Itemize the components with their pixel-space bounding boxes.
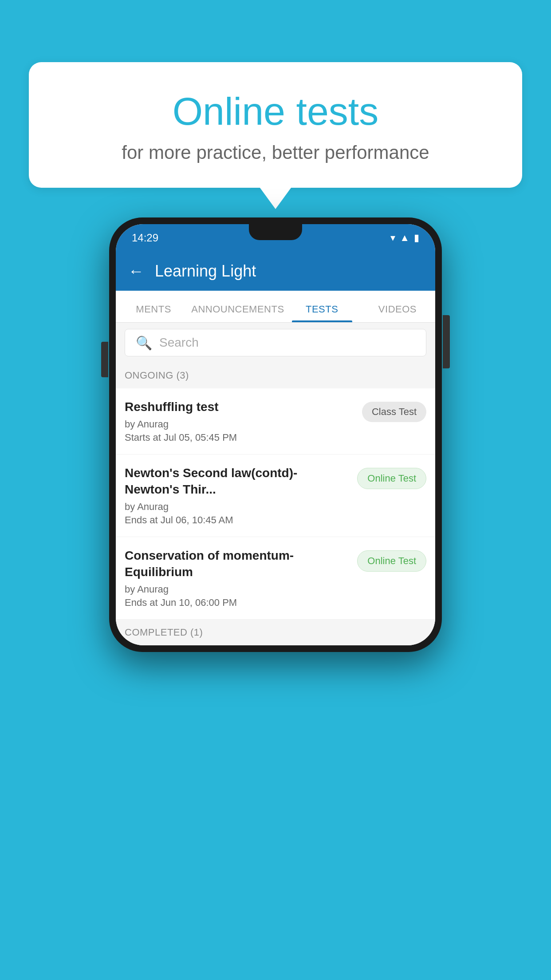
test-title-conservation: Conservation of momentum-Equilibrium [125,548,350,580]
phone-screen: 14:29 ▾ ▲ ▮ ← Learning Light MENTS ANNOU… [116,224,435,645]
tab-videos[interactable]: VIDEOS [360,304,435,322]
tab-tests[interactable]: TESTS [284,304,360,322]
test-item-left: Reshuffling test by Anurag Starts at Jul… [125,399,362,443]
search-input[interactable]: Search [159,336,199,350]
phone-outer: 14:29 ▾ ▲ ▮ ← Learning Light MENTS ANNOU… [109,217,442,652]
phone-mockup: 14:29 ▾ ▲ ▮ ← Learning Light MENTS ANNOU… [109,217,442,652]
search-bar-wrapper: 🔍 Search [116,323,435,363]
status-bar: 14:29 ▾ ▲ ▮ [116,224,435,252]
search-icon: 🔍 [136,335,152,351]
battery-icon: ▮ [414,232,419,244]
speech-bubble-wrapper: Online tests for more practice, better p… [29,62,522,188]
test-item-left-conservation: Conservation of momentum-Equilibrium by … [125,548,357,609]
tab-ments[interactable]: MENTS [116,304,191,322]
test-title-newtons: Newton's Second law(contd)-Newton's Thir… [125,465,350,498]
badge-online-test-1: Online Test [357,468,426,489]
test-item-reshuffling[interactable]: Reshuffling test by Anurag Starts at Jul… [116,388,435,454]
test-item-conservation[interactable]: Conservation of momentum-Equilibrium by … [116,537,435,620]
bubble-title: Online tests [64,89,487,134]
app-title: Learning Light [155,262,256,281]
test-time-conservation: Ends at Jun 10, 06:00 PM [125,597,350,609]
test-time-reshuffling: Starts at Jul 05, 05:45 PM [125,432,355,443]
test-by-conservation: by Anurag [125,584,350,595]
test-by-reshuffling: by Anurag [125,419,355,430]
status-icons: ▾ ▲ ▮ [390,232,419,244]
test-item-newtons[interactable]: Newton's Second law(contd)-Newton's Thir… [116,454,435,537]
test-title-reshuffling: Reshuffling test [125,399,355,415]
search-bar[interactable]: 🔍 Search [125,329,426,356]
wifi-icon: ▾ [390,232,395,244]
badge-class-test: Class Test [362,402,426,422]
back-button[interactable]: ← [128,262,144,281]
status-time: 14:29 [132,232,158,244]
completed-section-header: COMPLETED (1) [116,620,435,645]
test-time-newtons: Ends at Jul 06, 10:45 AM [125,514,350,526]
tabs-bar: MENTS ANNOUNCEMENTS TESTS VIDEOS [116,291,435,323]
notch [249,224,302,240]
app-header: ← Learning Light [116,252,435,291]
bubble-subtitle: for more practice, better performance [64,142,487,163]
test-item-left-newtons: Newton's Second law(contd)-Newton's Thir… [125,465,357,526]
tab-announcements[interactable]: ANNOUNCEMENTS [191,304,284,322]
speech-bubble: Online tests for more practice, better p… [29,62,522,188]
signal-icon: ▲ [400,232,409,244]
badge-online-test-2: Online Test [357,550,426,572]
ongoing-section-header: ONGOING (3) [116,363,435,388]
test-by-newtons: by Anurag [125,501,350,513]
